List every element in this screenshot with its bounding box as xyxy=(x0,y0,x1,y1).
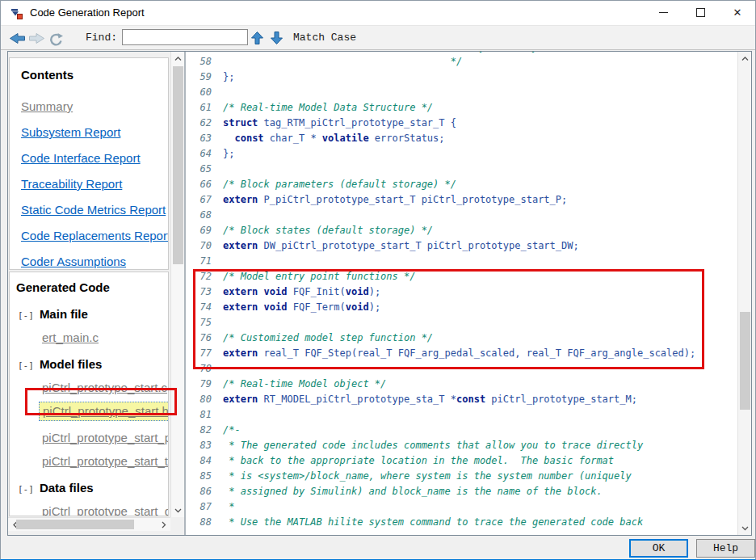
contents-heading: Contents xyxy=(21,68,168,82)
line-number: 60 xyxy=(192,85,212,100)
contents-link[interactable]: Subsystem Report xyxy=(21,125,168,139)
code-vertical-scroll-thumb[interactable] xyxy=(740,312,750,410)
maximize-button[interactable] xyxy=(682,1,719,24)
code-line: 83 * The generated code includes comment… xyxy=(192,438,695,453)
code-segment: /* Block states (default storage) */ xyxy=(223,225,433,236)
scroll-up-arrow-icon[interactable] xyxy=(738,52,752,65)
find-next-down-arrow-icon[interactable] xyxy=(270,31,284,45)
code-segment: */ xyxy=(223,56,462,67)
scroll-down-arrow-icon[interactable] xyxy=(171,503,185,517)
minimize-button[interactable] xyxy=(645,1,682,24)
sidebar-vertical-scrollbar[interactable] xyxy=(170,52,184,517)
contents-links: SummarySubsystem ReportCode Interface Re… xyxy=(21,99,168,268)
line-number: 65 xyxy=(192,162,212,177)
code-line: 85 * is <system>/block_name, where syste… xyxy=(192,469,695,484)
file-link-selected[interactable]: piCtrl_prototype_start.h xyxy=(39,402,169,421)
code-segment: }; xyxy=(223,71,234,82)
code-segment: }; xyxy=(223,148,234,159)
tree-group-heading: [-]Model files xyxy=(18,357,168,371)
find-previous-up-arrow-icon[interactable] xyxy=(250,31,264,45)
sidebar-horizontal-scrollbar[interactable] xyxy=(8,517,170,531)
code-segment: /*- xyxy=(223,424,241,436)
code-line: 84 * back to the appropriate location in… xyxy=(192,453,695,469)
contents-link[interactable]: Coder Assumptions xyxy=(21,255,168,268)
code-segment: * assigned by Simulink) and block_name i… xyxy=(223,486,603,497)
code-line: 67extern P_piCtrl_prototype_start_T piCt… xyxy=(192,192,695,208)
title-bar: Code Generation Report ✕ xyxy=(1,1,755,25)
tree-group-label: Model files xyxy=(40,357,103,371)
minimize-icon xyxy=(659,12,668,13)
close-button[interactable]: ✕ xyxy=(719,1,756,24)
code-segment xyxy=(223,133,234,144)
code-line: 76/* Customized model step function */ xyxy=(192,331,695,346)
code-lines: 58 */59};6061/* Real-time Model Data Str… xyxy=(192,54,695,530)
help-button[interactable]: Help xyxy=(696,539,755,558)
code-segment: void xyxy=(264,286,288,297)
contents-link[interactable]: Code Interface Report xyxy=(21,151,168,165)
code-segment: * is <system>/block_name, where system i… xyxy=(223,470,632,482)
code-line: 81 xyxy=(192,407,695,423)
contents-link[interactable]: Code Replacements Report xyxy=(21,229,168,242)
file-link[interactable]: piCtrl_prototype_start_pri xyxy=(42,431,168,444)
generated-code-heading: Generated Code xyxy=(16,280,168,294)
contents-link[interactable]: Static Code Metrics Report xyxy=(21,203,168,217)
contents-panel: Contents SummarySubsystem ReportCode Int… xyxy=(9,57,169,270)
line-number: 73 xyxy=(192,284,212,300)
code-segment: RT_MODEL_piCtrl_prototype_sta_T * xyxy=(258,394,456,405)
code-segment: extern xyxy=(223,347,258,359)
code-line: 75 xyxy=(192,315,695,331)
refresh-icon[interactable] xyxy=(48,32,64,46)
code-segment: void xyxy=(346,286,369,297)
file-link[interactable]: piCtrl_prototype_start.c xyxy=(42,381,168,394)
match-case-toggle[interactable]: Match Case xyxy=(293,26,356,49)
code-line: 78 xyxy=(192,361,695,377)
collapse-expander-icon[interactable]: [-] xyxy=(18,360,34,371)
code-vertical-scrollbar[interactable] xyxy=(737,52,751,535)
collapse-expander-icon[interactable]: [-] xyxy=(18,484,34,495)
report-window-icon xyxy=(10,6,23,19)
line-number: 84 xyxy=(192,453,212,469)
line-number: 63 xyxy=(192,131,212,146)
file-link[interactable]: piCtrl_prototype_start_typ xyxy=(42,454,168,468)
code-line: 87 * xyxy=(192,499,695,515)
scroll-down-arrow-icon[interactable] xyxy=(738,521,752,535)
sidebar-horizontal-scroll-thumb[interactable] xyxy=(16,520,134,529)
collapse-expander-icon[interactable]: [-] xyxy=(18,310,34,321)
line-number: 76 xyxy=(192,331,212,346)
file-link[interactable]: ert_main.c xyxy=(42,331,168,344)
line-number: 87 xyxy=(192,499,212,515)
code-line: 77extern real_T FQF_Step(real_T FQF_arg_… xyxy=(192,346,695,361)
code-line: 69/* Block states (default storage) */ xyxy=(192,223,695,238)
line-number: 85 xyxy=(192,469,212,484)
code-view[interactable]: y y 58 */59};6061/* Real-time Model Data… xyxy=(186,52,737,535)
contents-link[interactable]: Traceability Report xyxy=(21,177,168,191)
line-number: 62 xyxy=(192,116,212,131)
line-number: 79 xyxy=(192,377,212,392)
code-segment: * Use the MATLAB hilite system command t… xyxy=(223,516,643,528)
back-arrow-icon[interactable] xyxy=(9,32,26,44)
code-segment: /* Model entry point functions */ xyxy=(223,271,415,282)
scroll-right-arrow-icon[interactable] xyxy=(157,518,170,532)
code-segment: extern xyxy=(223,301,258,313)
scroll-up-arrow-icon[interactable] xyxy=(171,52,185,65)
line-number: 67 xyxy=(192,192,212,208)
line-number: 64 xyxy=(192,146,212,162)
forward-arrow-icon[interactable] xyxy=(28,32,45,44)
code-generation-report-window: Code Generation Report ✕ Find: Match Cas… xyxy=(0,0,756,560)
sidebar-vertical-scroll-thumb[interactable] xyxy=(173,66,183,264)
generated-code-tree: [-]Main fileert_main.c[-]Model filespiCt… xyxy=(16,307,168,516)
tree-group-label: Data files xyxy=(40,481,94,495)
line-number: 61 xyxy=(192,100,212,116)
code-segment: char_T * xyxy=(264,133,322,144)
code-segment: const xyxy=(456,394,485,405)
code-segment: errorStatus; xyxy=(369,133,445,144)
contents-link[interactable]: Summary xyxy=(21,99,168,113)
code-segment: piCtrl_prototype_start_M; xyxy=(485,394,637,405)
find-input[interactable] xyxy=(122,29,248,45)
report-body: Contents SummarySubsystem ReportCode Int… xyxy=(7,51,752,536)
ok-button[interactable]: OK xyxy=(629,539,688,558)
file-link[interactable]: piCtrl_prototype_start_da xyxy=(42,504,168,516)
code-line: 62struct tag_RTM_piCtrl_prototype_star_T… xyxy=(192,116,695,131)
code-segment: volatile xyxy=(322,133,369,144)
code-line: 82/*- xyxy=(192,423,695,438)
